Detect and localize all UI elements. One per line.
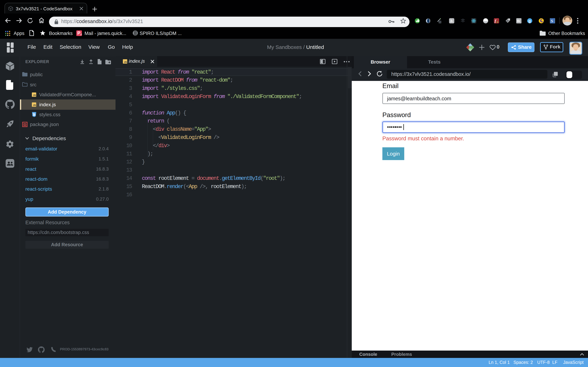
- svg-text:h: h: [450, 19, 453, 23]
- svg-text:tb: tb: [517, 19, 520, 23]
- svg-text:g: g: [528, 19, 531, 23]
- svg-text:S: S: [551, 19, 553, 23]
